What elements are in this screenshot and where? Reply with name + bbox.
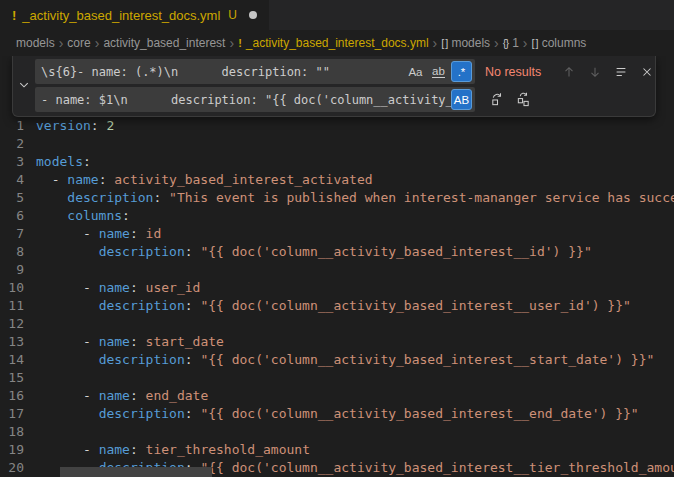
code-line[interactable]: 3models: (0, 153, 674, 171)
code-text (36, 315, 674, 333)
line-number[interactable]: 15 (0, 369, 36, 387)
breadcrumb-separator: › (523, 35, 528, 51)
line-number[interactable]: 4 (0, 171, 36, 189)
line-number[interactable]: 6 (0, 207, 36, 225)
arrow-down-icon (588, 65, 602, 79)
code-text (36, 423, 674, 441)
breadcrumb-item-models[interactable]: [ ]models (441, 36, 490, 50)
tab-bar: ! _activity_based_interest_docs.yml U (0, 0, 674, 30)
code-token: name (99, 226, 130, 241)
code-text: description: "This event is published wh… (36, 189, 674, 207)
code-line[interactable]: 17 description: "{{ doc('column__activit… (0, 405, 674, 423)
code-token: : (130, 442, 146, 457)
code-line[interactable]: 5 description: "This event is published … (0, 189, 674, 207)
find-input[interactable]: \s{6}- name: (.*)\n description: "" Aa a… (35, 59, 475, 84)
breadcrumb-label: columns (542, 36, 587, 50)
code-line[interactable]: 6 columns: (0, 207, 674, 225)
line-number[interactable]: 20 (0, 459, 36, 477)
code-token: tier_threshold_amount (146, 442, 310, 457)
replace-all-icon (516, 92, 531, 107)
find-previous-button[interactable] (557, 60, 581, 84)
code-token: : (130, 280, 146, 295)
line-number[interactable]: 19 (0, 441, 36, 459)
code-token: : (130, 226, 146, 241)
breadcrumb-item-core[interactable]: core (67, 36, 90, 50)
line-number[interactable]: 18 (0, 423, 36, 441)
dirty-indicator-dot[interactable] (249, 11, 257, 19)
line-number[interactable]: 3 (0, 153, 36, 171)
code-line[interactable]: 16 - name: end_date (0, 387, 674, 405)
breadcrumb-item-activity_based_interest[interactable]: activity_based_interest (103, 36, 225, 50)
code-token: "{{ doc('column__activity_based_interest… (200, 460, 674, 475)
tab-filename: _activity_based_interest_docs.yml (22, 8, 220, 23)
line-number[interactable]: 12 (0, 315, 36, 333)
code-token: name (99, 280, 130, 295)
line-number[interactable]: 14 (0, 351, 36, 369)
code-line[interactable]: 15 (0, 369, 674, 387)
line-number[interactable]: 5 (0, 189, 36, 207)
find-row: \s{6}- name: (.*)\n description: "" Aa a… (35, 59, 659, 84)
line-number[interactable]: 1 (0, 117, 36, 135)
line-number[interactable]: 10 (0, 279, 36, 297)
code-token: : (153, 190, 169, 205)
toggle-replace-button[interactable] (13, 59, 35, 112)
code-line[interactable]: 10 - name: user_id (0, 279, 674, 297)
breadcrumb-item-_activity_based_interest_docs-yml[interactable]: !_activity_based_interest_docs.yml (238, 36, 428, 50)
code-line[interactable]: 8 description: "{{ doc('column__activity… (0, 243, 674, 261)
find-next-button[interactable] (583, 60, 607, 84)
code-line[interactable]: 12 (0, 315, 674, 333)
line-number[interactable]: 8 (0, 243, 36, 261)
code-line[interactable]: 19 - name: tier_threshold_amount (0, 441, 674, 459)
replace-one-button[interactable] (485, 88, 509, 112)
match-case-icon: Aa (408, 66, 422, 78)
code-token: : (130, 388, 146, 403)
line-number[interactable]: 2 (0, 135, 36, 153)
line-number[interactable]: 13 (0, 333, 36, 351)
code-token: name (67, 172, 98, 187)
code-token: version (36, 118, 91, 133)
code-token: start_date (146, 334, 224, 349)
editor-pane[interactable]: 1version: 223models:4 - name: activity_b… (0, 56, 674, 477)
code-text (36, 135, 674, 153)
code-line[interactable]: 18 (0, 423, 674, 441)
code-text: columns: (36, 207, 674, 225)
git-status-badge: U (228, 8, 237, 22)
code-text: description: "{{ doc('column__activity_b… (36, 405, 674, 423)
code-line[interactable]: 2 (0, 135, 674, 153)
match-case-button[interactable]: Aa (405, 61, 426, 82)
breadcrumb-item-columns[interactable]: [ ]columns (531, 36, 586, 50)
warning-icon: ! (238, 37, 242, 49)
editor-tab[interactable]: ! _activity_based_interest_docs.yml U (0, 0, 270, 30)
code-line[interactable]: 4 - name: activity_based_interest_activa… (0, 171, 674, 189)
code-line[interactable]: 11 description: "{{ doc('column__activit… (0, 297, 674, 315)
horizontal-scrollbar-thumb[interactable] (60, 467, 212, 477)
code-token: user_id (146, 280, 201, 295)
code-line[interactable]: 14 description: "{{ doc('column__activit… (0, 351, 674, 369)
regex-button[interactable]: .* (451, 61, 472, 82)
line-number[interactable]: 9 (0, 261, 36, 279)
line-number[interactable]: 11 (0, 297, 36, 315)
breadcrumb-item-models[interactable]: models (16, 36, 55, 50)
code-line[interactable]: 13 - name: start_date (0, 333, 674, 351)
code-token: columns (67, 208, 122, 223)
code-token: "{{ doc('column__activity_based_interest… (200, 352, 654, 367)
close-find-button[interactable] (635, 60, 659, 84)
whole-word-button[interactable]: ab (428, 61, 449, 82)
replace-input[interactable]: - name: $1\n description: "{{ doc('colum… (35, 87, 475, 112)
code-token (36, 352, 99, 367)
find-in-selection-button[interactable] (609, 60, 633, 84)
line-number[interactable]: 16 (0, 387, 36, 405)
symbol-object-icon: {} (503, 37, 508, 49)
line-number[interactable]: 7 (0, 225, 36, 243)
code-line[interactable]: 9 (0, 261, 674, 279)
code-token: - (36, 172, 67, 187)
code-token: name (99, 334, 130, 349)
code-token: : (130, 334, 146, 349)
line-number[interactable]: 17 (0, 405, 36, 423)
breadcrumb-item-1[interactable]: {}1 (503, 36, 519, 50)
code-text: version: 2 (36, 117, 674, 135)
code-line[interactable]: 7 - name: id (0, 225, 674, 243)
code-line[interactable]: 1version: 2 (0, 117, 674, 135)
replace-all-button[interactable] (511, 88, 535, 112)
preserve-case-button[interactable]: AB (451, 89, 472, 110)
